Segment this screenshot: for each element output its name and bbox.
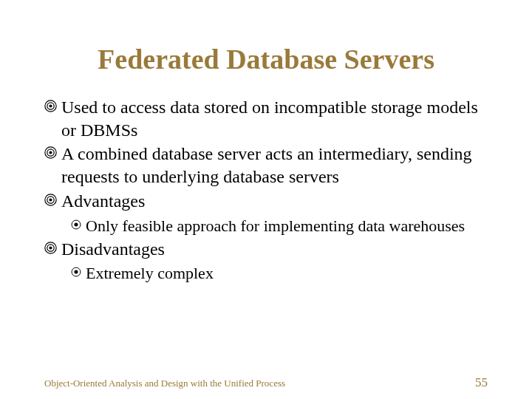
bullet-icon: [44, 146, 57, 162]
slide-content: Used to access data stored on incompatib…: [44, 96, 488, 284]
slide-footer: Object-Oriented Analysis and Design with…: [44, 375, 488, 390]
list-item: A combined database server acts an inter…: [44, 143, 488, 188]
slide: Federated Database Servers Used to acces…: [0, 0, 532, 399]
svg-point-5: [49, 151, 52, 154]
svg-point-2: [49, 104, 52, 107]
list-item: Disadvantages: [44, 238, 488, 261]
bullet-icon: [44, 242, 57, 257]
svg-point-8: [49, 198, 52, 201]
bullet-text: Extremely complex: [86, 263, 214, 284]
list-item: Extremely complex: [71, 263, 488, 284]
svg-point-13: [49, 246, 52, 249]
bullet-text: A combined database server acts an inter…: [61, 143, 488, 188]
list-item: Used to access data stored on incompatib…: [44, 96, 488, 141]
svg-point-10: [74, 222, 78, 226]
bullet-text: Used to access data stored on incompatib…: [61, 96, 488, 141]
slide-title: Federated Database Servers: [44, 43, 488, 75]
footer-source: Object-Oriented Analysis and Design with…: [44, 378, 285, 389]
list-item: Only feasible approach for implementing …: [71, 216, 488, 236]
bullet-icon: [71, 219, 81, 233]
list-item: Advantages: [44, 190, 488, 213]
page-number: 55: [475, 375, 488, 390]
bullet-icon: [44, 100, 57, 115]
bullet-text: Only feasible approach for implementing …: [86, 216, 465, 236]
bullet-icon: [71, 267, 81, 280]
bullet-text: Disadvantages: [61, 238, 165, 261]
svg-point-15: [74, 270, 78, 274]
bullet-icon: [44, 194, 57, 209]
bullet-text: Advantages: [61, 190, 145, 213]
